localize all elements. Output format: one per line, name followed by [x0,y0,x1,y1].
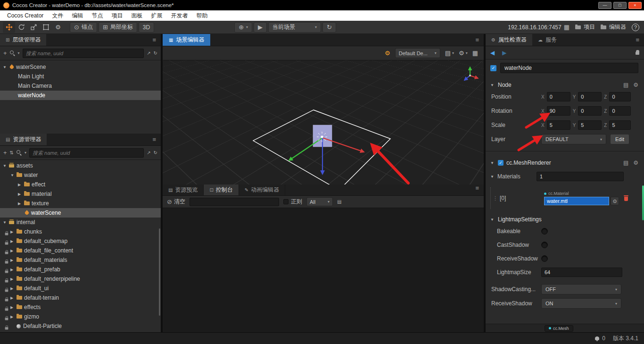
tree-item-texture[interactable]: ▶texture [0,199,161,208]
console-menu-button[interactable]: ≡ [471,185,484,195]
menubar-item-7[interactable]: 开发者 [166,10,192,21]
tree-item-default_ui[interactable]: ▶default_ui [0,284,161,293]
node-settings-icon[interactable]: ⚙ [633,82,638,88]
scene-settings-gear-icon[interactable]: ⚙ [385,50,390,56]
reload-scene-button[interactable]: ↻ [322,22,336,33]
receive-shadow-checkbox[interactable] [541,255,548,262]
tree-item-waterNode[interactable]: waterNode [0,91,161,100]
drag-handle-icon[interactable]: ⋮ [493,195,498,201]
menubar-item-0[interactable]: Cocos Creator [3,10,48,21]
position-z-input[interactable] [609,92,631,101]
rect-tool-button[interactable] [40,22,52,33]
tree-item-default-terrain[interactable]: ▶default-terrain [0,293,161,302]
move-tool-button[interactable] [3,22,15,33]
open-editor-button[interactable]: 编辑器 [601,23,626,31]
scale-x-input[interactable] [547,120,570,130]
position-y-input[interactable] [578,92,602,101]
menubar-item-6[interactable]: 扩展 [147,10,166,21]
tab-hierarchy[interactable]: ⊞ 层级管理器 [0,34,46,46]
tree-item-effect[interactable]: ▶effect [0,180,161,189]
export-log-icon[interactable]: ▤ [337,200,341,204]
tree-item-default_renderpipeline[interactable]: ▶default_renderpipeline [0,274,161,284]
tree-item-waterScene[interactable]: ▼waterScene [0,62,161,72]
maximize-button[interactable]: □ [613,2,627,9]
receive-shadow-dropdown[interactable]: ON ▾ [541,298,621,309]
bakeable-checkbox[interactable] [541,228,548,235]
mesh-renderer-checkbox[interactable]: ✓ [498,160,504,166]
scale-y-input[interactable] [578,120,602,130]
shadow-casting-dropdown[interactable]: OFF ▾ [541,284,621,294]
history-back-button[interactable]: ◀ [490,50,495,56]
history-forward-button[interactable]: ▶ [502,50,506,56]
tree-item-Default-Particle[interactable]: Default-Particle [0,321,161,331]
tree-item-default_prefab[interactable]: ▶default_prefab [0,265,161,274]
gizmo-y-axis[interactable] [289,138,322,160]
log-level-dropdown[interactable]: All ▾ [306,197,333,206]
console-tab-2[interactable]: ✎动画编辑器 [239,185,285,195]
rotation-z-input[interactable] [609,106,631,116]
render-profile-dropdown[interactable]: Default De... ▾ [395,48,440,58]
refresh-icon[interactable]: ↻ [154,151,157,155]
tree-item-chunks[interactable]: ▶chunks [0,227,161,236]
tab-inspector[interactable]: ⚙ 属性检查器 [486,34,532,46]
tree-item-assets[interactable]: ▼assets [0,161,161,170]
cast-shadow-checkbox[interactable] [541,242,548,248]
tree-item-waterScene[interactable]: waterScene [0,208,161,218]
hierarchy-search-input[interactable] [23,49,144,58]
expand-all-icon[interactable]: ↗ [147,151,150,155]
qr-code-icon[interactable]: ▦ [564,24,570,30]
console-output[interactable] [163,208,484,332]
platform-select-button[interactable]: ⊕ ▾ [234,22,252,33]
tree-item-effects[interactable]: ▶effects [0,302,161,312]
lightmap-settings-header[interactable]: ▼ LightmapSettings [490,215,638,224]
inspector-scrollbar[interactable] [642,185,644,220]
gizmo-options-dropdown[interactable]: ⚙ ▾ [459,50,468,56]
assets-menu-button[interactable]: ≡ [148,136,161,143]
tree-item-default_materials[interactable]: ▶default_materials [0,255,161,265]
delete-material-button[interactable] [624,195,628,201]
console-tab-0[interactable]: ▤资源预览 [163,185,204,195]
grid-toggle-icon[interactable]: ▦ [472,50,478,56]
help-button[interactable]: ? [632,24,639,31]
menubar-item-1[interactable]: 文件 [48,10,67,21]
scale-z-input[interactable] [609,120,631,130]
assets-search-input[interactable] [29,148,144,158]
tab-assets[interactable]: ▤ 资源管理器 [0,134,47,145]
tree-item-Main Light[interactable]: Main Light [0,72,161,81]
menubar-item-3[interactable]: 节点 [87,10,107,21]
rotation-y-input[interactable] [578,106,602,116]
tree-item-default_file_content[interactable]: ▶default_file_content [0,246,161,255]
tree-item-material[interactable]: ▶material [0,189,161,199]
tree-item-water[interactable]: ▼water [0,170,161,180]
tab-scene-editor[interactable]: ▦ 场景编辑器 [163,34,210,46]
console-filter-input[interactable] [190,198,279,206]
layer-edit-button[interactable]: Edit [610,134,629,144]
component-doc-icon[interactable]: ▤ [623,159,628,166]
orientation-gizmo[interactable] [464,67,478,80]
material-asset-field[interactable]: water.mtl [544,197,609,205]
clear-console-button[interactable]: ⊘ 清空 [167,198,185,206]
materials-count-input[interactable] [537,172,624,181]
mesh-renderer-header[interactable]: ▼ ✓ cc.MeshRenderer ▤ ⚙ [490,158,638,168]
sort-icon[interactable]: ⇅ [10,151,14,155]
mode-3d-button[interactable]: 3D [139,22,154,33]
add-asset-button[interactable]: + [3,150,7,156]
tree-item-default_cubemap[interactable]: ▶default_cubemap [0,236,161,246]
hierarchy-menu-button[interactable]: ≡ [148,36,161,43]
refresh-icon[interactable]: ↻ [154,51,157,56]
scene-viewport[interactable] [163,60,484,185]
node-doc-icon[interactable]: ▤ [623,82,628,88]
tree-item-internal[interactable]: ▼internal [0,218,161,227]
menubar-item-4[interactable]: 项目 [107,10,127,21]
tab-service[interactable]: ☁ 服务 [532,34,562,46]
rotation-x-input[interactable] [547,106,570,116]
tree-item-gizmo[interactable]: ▶gizmo [0,312,161,321]
regex-checkbox[interactable] [283,199,289,204]
layer-dropdown[interactable]: DEFAULT ▾ [541,134,606,144]
gizmo-settings-button[interactable]: ⚙ [52,22,64,33]
console-tab-1[interactable]: ⊡控制台 [204,185,239,195]
add-node-button[interactable]: + [3,50,7,56]
scale-tool-button[interactable] [27,22,40,33]
open-project-button[interactable]: 项目 [575,23,595,31]
notifications-bell-icon[interactable] [595,336,599,340]
